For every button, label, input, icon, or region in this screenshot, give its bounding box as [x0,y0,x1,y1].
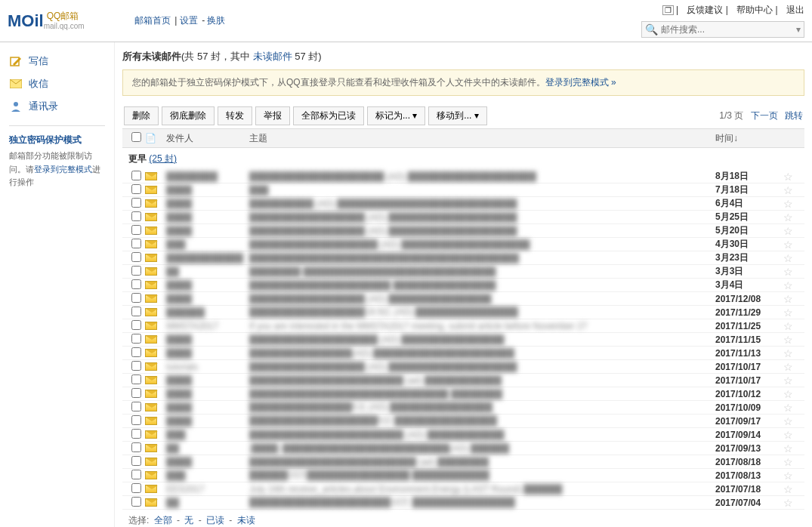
star-icon[interactable]: ☆ [783,334,793,346]
star-icon[interactable]: ☆ [783,347,793,359]
star-icon[interactable]: ☆ [783,442,793,455]
mail-row[interactable]: ██████████████████████████████ (ad) ████… [122,455,804,469]
star-icon[interactable]: ☆ [783,470,793,482]
star-icon[interactable]: ☆ [783,402,793,414]
star-icon[interactable]: ☆ [783,361,793,373]
nav-skin[interactable]: 换肤 [207,15,225,26]
sidebar-compose[interactable]: 写信 [9,50,105,72]
mark-as-button[interactable]: 标记为... ▾ [367,106,425,125]
group-count[interactable]: (25 封) [149,153,177,164]
row-checkbox[interactable] [131,483,141,493]
mail-row[interactable]: ██[████] ██████████████████████████(AD) … [122,442,804,455]
row-checkbox[interactable] [131,198,141,208]
row-checkbox[interactable] [131,470,141,479]
col-time[interactable]: 时间↓ [715,132,783,145]
logo[interactable]: MOil QQ邮箱 mail.qq.com [8,11,113,31]
delete-all-button[interactable]: 彻底删除 [162,106,215,125]
star-icon[interactable]: ☆ [783,239,793,251]
row-checkbox[interactable] [131,307,141,316]
star-icon[interactable]: ☆ [783,184,793,196]
row-checkbox[interactable] [131,497,141,507]
mail-row[interactable]: ██████████████████████ (AD) ████████████… [122,224,804,238]
star-icon[interactable]: ☆ [783,483,793,495]
star-icon[interactable]: ☆ [783,307,793,319]
row-checkbox[interactable] [131,456,141,466]
report-button[interactable]: 举报 [255,106,290,125]
mail-row[interactable]: ████████████████████(AD) ███████████████… [122,347,804,360]
star-icon[interactable]: ☆ [783,388,793,400]
mail-row[interactable]: ███████7月18日☆ [122,183,804,197]
search-dropdown-icon[interactable]: ▾ [796,24,801,35]
notice-link[interactable]: 登录到完整模式 » [545,77,616,88]
star-icon[interactable]: ☆ [783,279,793,291]
row-checkbox[interactable] [131,442,141,452]
select-unread[interactable]: 未读 [237,515,255,525]
mail-row[interactable]: ████████████████████████████ (ad) ██████… [122,374,804,387]
row-checkbox[interactable] [131,429,141,439]
mail-row[interactable]: ████████████████████████ (AD) ██████████… [122,333,804,347]
jump-page[interactable]: 跳转 [785,110,803,121]
row-checkbox[interactable] [131,361,141,371]
star-icon[interactable]: ☆ [783,456,793,468]
nav-home[interactable]: 邮箱首页 [134,15,171,26]
row-checkbox[interactable] [131,374,141,384]
star-icon[interactable]: ☆ [783,171,793,183]
unread-link[interactable]: 未读邮件 [253,51,292,62]
mobile-icon[interactable]: ❐ [662,5,674,15]
mail-row[interactable]: ██████████████████████ (AD) ████████████… [122,292,804,306]
mark-read-button[interactable]: 全部标为已读 [293,106,364,125]
mail-row[interactable]: ████████████████████████5日 █████████████… [122,415,804,428]
row-checkbox[interactable] [131,171,141,180]
move-to-button[interactable]: 移动到... ▾ [428,106,486,125]
row-checkbox[interactable] [131,320,141,330]
row-checkbox[interactable] [131,184,141,194]
mail-row[interactable]: █████████15万████████████████ ███████████… [122,469,804,482]
search-box[interactable]: 🔍 ▾ [641,21,804,38]
row-checkbox[interactable] [131,279,141,289]
mail-row[interactable]: ██████████████ (AD) ████████████████████… [122,197,804,211]
row-checkbox[interactable] [131,334,141,344]
mail-row[interactable]: tutorials██████████████████ (AD) ███████… [122,360,804,374]
mail-row[interactable]: ███████████████████████ (AD) ███████████… [122,238,804,251]
sidebar-full-mode-link[interactable]: 登录到完整模式 [34,165,92,174]
star-icon[interactable]: ☆ [783,415,793,427]
star-icon[interactable]: ☆ [783,320,793,332]
mail-row[interactable]: ██████████████████████ (AD) ████████████… [122,211,804,224]
mail-row[interactable]: ████████████████████████████████████████… [122,251,804,265]
mail-row[interactable]: ███████████████████████████ (AD) ███████… [122,428,804,442]
select-all[interactable]: 全部 [154,515,172,525]
mail-row[interactable]: ████████████████████5元 (AD) ████████████… [122,401,804,415]
row-checkbox[interactable] [131,252,141,262]
star-icon[interactable]: ☆ [783,198,793,210]
row-checkbox[interactable] [131,293,141,303]
mail-row[interactable]: MMSTA2017If you are interested in the MM… [122,319,804,333]
row-checkbox[interactable] [131,211,141,221]
mail-row[interactable]: █████████████████████████████ (AD) █████… [122,170,804,183]
search-input[interactable] [661,24,796,35]
sidebar-receive[interactable]: 收信 [9,72,105,95]
link-feedback[interactable]: 反馈建议 [687,5,723,15]
star-icon[interactable]: ☆ [783,293,793,305]
mail-row[interactable]: ████████████████████████18.5亿 (AD) █████… [122,306,804,319]
star-icon[interactable]: ☆ [783,374,793,387]
star-icon[interactable]: ☆ [783,211,793,223]
row-checkbox[interactable] [131,402,141,411]
forward-button[interactable]: 转发 [218,106,252,125]
select-all-checkbox[interactable] [131,132,141,142]
star-icon[interactable]: ☆ [783,429,793,441]
mail-row[interactable]: ███████████████████████████████████ ████… [122,387,804,401]
flag-icon[interactable]: 📄 [145,133,163,143]
delete-button[interactable]: 删除 [124,106,159,125]
row-checkbox[interactable] [131,225,141,235]
mail-row[interactable]: ██████████ █████████████████████████████… [122,265,804,279]
mail-row[interactable]: ████████████████████████10万 ████████████… [122,496,804,510]
row-checkbox[interactable] [131,347,141,357]
star-icon[interactable]: ☆ [783,497,793,509]
star-icon[interactable]: ☆ [783,266,793,278]
link-help[interactable]: 帮助中心 [736,5,773,15]
select-read[interactable]: 已读 [206,515,224,525]
col-sender[interactable]: 发件人 [163,132,246,145]
row-checkbox[interactable] [131,415,141,425]
star-icon[interactable]: ☆ [783,252,793,264]
row-checkbox[interactable] [131,388,141,398]
